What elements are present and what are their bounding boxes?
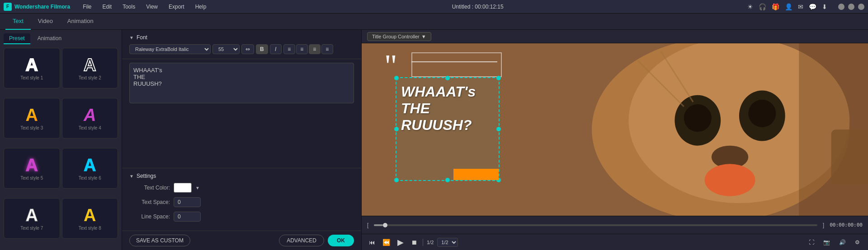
line-space-input[interactable]	[174, 212, 201, 222]
sub-tab-animation[interactable]: Animation	[32, 33, 67, 44]
menu-file[interactable]: File	[81, 4, 93, 10]
tab-video[interactable]: Video	[31, 14, 60, 30]
style-letter-4: A	[84, 106, 96, 124]
menu-view[interactable]: View	[144, 4, 160, 10]
italic-button[interactable]: I	[270, 44, 282, 54]
expand-font-btn[interactable]: ⇔	[241, 44, 254, 54]
minimize-button[interactable]: —	[838, 4, 844, 10]
tab-bar: Text Video Animation	[0, 14, 868, 30]
screenshot-button[interactable]: 📷	[821, 238, 833, 246]
text-color-swatch[interactable]	[174, 183, 192, 193]
play-button[interactable]: ▶	[396, 237, 406, 247]
style-label-5: Text style 5	[20, 176, 43, 181]
orange-accent-bar	[453, 169, 499, 180]
mail-icon[interactable]: ✉	[798, 3, 803, 10]
headphone-icon[interactable]: 🎧	[759, 3, 766, 10]
stop-button[interactable]: ⏹	[409, 239, 419, 246]
title-group-label: Title Group Controller	[372, 34, 420, 39]
preview-header: Title Group Controller ▼	[362, 30, 868, 43]
step-back-button[interactable]: ⏪	[381, 239, 392, 246]
volume-button[interactable]: 🔊	[836, 238, 849, 246]
settings-section: ▼ Settings Text Color: ▼ Text Space: Lin…	[122, 168, 361, 231]
handle-ml[interactable]	[394, 127, 399, 131]
advanced-button[interactable]: ADVANCED	[279, 235, 324, 246]
overlay-text: WHAAAT's THE RUUUSH?	[396, 78, 499, 133]
align-right-button[interactable]: ≡	[309, 44, 321, 54]
text-selection-box[interactable]: WHAAAT's THE RUUUSH?	[396, 77, 500, 181]
ok-button[interactable]: OK	[328, 235, 354, 246]
style-letter-7: A	[26, 207, 38, 224]
right-panel: Title Group Controller ▼	[362, 30, 868, 250]
svg-point-5	[684, 104, 712, 132]
progress-fill	[374, 224, 383, 226]
menu-tools[interactable]: Tools	[121, 4, 137, 10]
text-space-input[interactable]	[174, 197, 201, 207]
tab-text[interactable]: Text	[5, 14, 31, 30]
align-left-button[interactable]: ≡	[283, 44, 295, 54]
page-select[interactable]: 1/2	[437, 238, 458, 247]
style-item-8[interactable]: A Text style 8	[62, 198, 118, 239]
font-controls: Raleway ExtraBold Italic 55 ⇔ B I ≡ ≡ ≡ …	[129, 44, 354, 54]
align-justify-button[interactable]: ≡	[321, 44, 333, 54]
rewind-button[interactable]: ⏮	[367, 239, 377, 246]
box-outline	[411, 52, 502, 77]
handle-tr[interactable]	[496, 76, 501, 80]
settings-button[interactable]: ⚙	[852, 238, 863, 246]
font-size-select[interactable]: 55	[212, 44, 240, 54]
align-center-button[interactable]: ≡	[296, 44, 308, 54]
preview-video: "	[362, 43, 868, 216]
style-letter-6: A	[84, 157, 96, 174]
action-buttons: ADVANCED OK	[279, 235, 354, 246]
font-family-select[interactable]: Raleway ExtraBold Italic	[129, 44, 211, 54]
close-button[interactable]: ×	[858, 4, 864, 10]
style-item-5[interactable]: A Text style 5	[4, 148, 60, 189]
fullscreen-button[interactable]: ⛶	[806, 238, 817, 246]
handle-bc[interactable]	[445, 178, 450, 182]
bold-button[interactable]: B	[256, 44, 268, 54]
overlay-line3: RUUUSH?	[401, 117, 494, 134]
style-item-2[interactable]: A Text style 2	[62, 48, 118, 88]
message-icon[interactable]: 💬	[809, 3, 816, 10]
text-input[interactable]: WHAAAT's THE RUUUSH?	[129, 63, 354, 103]
style-item-7[interactable]: A Text style 7	[4, 198, 60, 239]
handle-mr[interactable]	[496, 127, 501, 131]
menu-edit[interactable]: Edit	[100, 4, 113, 10]
menu-help[interactable]: Help	[193, 4, 208, 10]
style-item-4[interactable]: A Text style 4	[62, 98, 118, 139]
save-as-custom-button[interactable]: SAVE AS CUSTOM	[129, 235, 190, 246]
sun-icon[interactable]: ☀	[747, 3, 753, 10]
overlay-line1: WHAAAT's	[401, 83, 494, 100]
tab-animation[interactable]: Animation	[60, 14, 101, 30]
person-icon[interactable]: 👤	[785, 3, 793, 10]
style-label-2: Text style 2	[79, 75, 101, 80]
settings-label: Settings	[137, 173, 156, 179]
mark-in-icon[interactable]: [	[367, 222, 368, 228]
handle-tc[interactable]	[445, 76, 450, 80]
divider	[423, 239, 423, 246]
style-item-3[interactable]: A Text style 3	[4, 98, 60, 139]
handle-bl[interactable]	[394, 178, 399, 182]
playback-controls: [ ] 00:00:00:00	[362, 216, 868, 234]
download-icon[interactable]: ⬇	[822, 3, 827, 10]
handle-tl[interactable]	[394, 76, 399, 80]
style-item-6[interactable]: A Text style 6	[62, 148, 118, 189]
style-label-1: Text style 1	[20, 75, 43, 80]
center-panel: ▼ Font Raleway ExtraBold Italic 55 ⇔ B I…	[122, 30, 362, 250]
window-title: Untitled : 00:00:12:15	[215, 4, 740, 10]
maximize-button[interactable]: □	[848, 4, 854, 10]
gift-icon[interactable]: 🎁	[772, 3, 779, 10]
mark-out-icon[interactable]: ]	[823, 222, 824, 228]
menu-export[interactable]: Export	[167, 4, 186, 10]
progress-handle[interactable]	[383, 223, 387, 227]
settings-section-header[interactable]: ▼ Settings	[129, 173, 354, 179]
main-layout: Preset Animation A Text style 1 A Text s…	[0, 30, 868, 250]
style-item-1[interactable]: A Text style 1	[4, 48, 60, 88]
progress-bar[interactable]	[374, 224, 817, 226]
font-arrow-icon: ▼	[129, 35, 134, 40]
color-dropdown-icon[interactable]: ▼	[195, 185, 200, 190]
font-label: Font	[137, 34, 147, 41]
title-group-controller-button[interactable]: Title Group Controller ▼	[367, 32, 431, 41]
svg-rect-12	[799, 43, 868, 216]
font-section-header[interactable]: ▼ Font	[129, 34, 354, 41]
sub-tab-preset[interactable]: Preset	[4, 33, 30, 44]
